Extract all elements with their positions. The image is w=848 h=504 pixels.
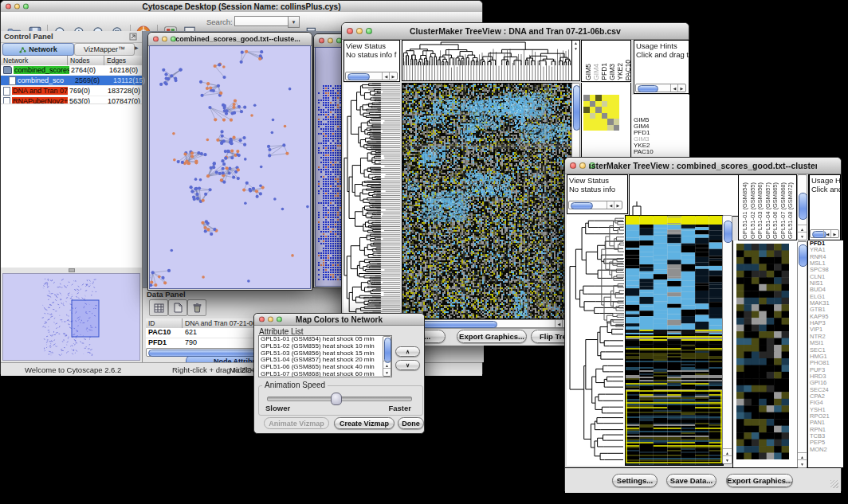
birdseye-view[interactable]: [2, 273, 140, 361]
delete-attribute-button[interactable]: [187, 299, 206, 316]
move-down-button[interactable]: ∨: [395, 360, 420, 370]
network-list-row[interactable]: DNA and Tran 07769(0)183728(0): [1, 86, 142, 96]
scrollbar-thumb[interactable]: [573, 85, 580, 131]
col-network[interactable]: Network: [1, 56, 68, 65]
close-icon[interactable]: [570, 162, 576, 169]
column-label: YKE2: [616, 63, 624, 80]
close-icon[interactable]: [6, 4, 11, 10]
scroll-right-icon[interactable]: ▶: [830, 230, 838, 237]
save-data-button[interactable]: Save Data...: [666, 474, 716, 487]
float-panel-icon[interactable]: [129, 33, 137, 41]
treeview2-row-dendrogram[interactable]: [567, 215, 625, 466]
treeview1-heatmap[interactable]: [402, 83, 572, 319]
minimize-icon[interactable]: [356, 28, 363, 34]
minimize-icon[interactable]: [14, 4, 20, 10]
export-graphics-button[interactable]: Export Graphics...: [726, 474, 793, 487]
scrollbar-thumb[interactable]: [571, 202, 593, 209]
matrix-cell: [590, 113, 596, 119]
slower-label: Slower: [265, 404, 290, 412]
close-icon[interactable]: [347, 28, 353, 34]
treeview1-row-dendrogram[interactable]: [344, 83, 400, 318]
splitter-handle[interactable]: [1, 267, 142, 273]
close-icon[interactable]: [259, 317, 265, 322]
scrollbar-thumb[interactable]: [799, 244, 807, 267]
tab-vizmapper[interactable]: VizMapper™: [74, 43, 135, 56]
done-button[interactable]: Done: [398, 417, 424, 429]
treeview2-window: ClusterMaker TreeView : combined_scores_…: [564, 157, 842, 491]
scrollbar-thumb[interactable]: [347, 73, 370, 80]
scrollbar-thumb[interactable]: [799, 193, 807, 220]
treeview2-titlebar[interactable]: ClusterMaker TreeView : combined_scores_…: [565, 158, 841, 174]
search-dropdown-icon[interactable]: ▼: [288, 16, 300, 28]
scroll-down-icon[interactable]: ▼: [798, 232, 807, 240]
attribute-list-item[interactable]: GPL51-07 (GSM868) heat shock 60 min: [259, 371, 391, 377]
new-attribute-button[interactable]: [168, 299, 187, 316]
col-nodes[interactable]: Nodes: [68, 56, 104, 65]
matrix-cell: [607, 101, 614, 107]
animate-vizmap-button[interactable]: Animate Vizmap: [264, 417, 329, 429]
network-list-row[interactable]: combined_scores2764(0)16218(0): [1, 65, 142, 76]
move-up-button[interactable]: ∧: [395, 346, 420, 357]
minimize-icon[interactable]: [162, 37, 167, 42]
dialog-titlebar[interactable]: Map Colors to Network: [254, 314, 424, 326]
attribute-list[interactable]: GPL51-01 (GSM854) heat shock 05 minGPL51…: [258, 335, 392, 377]
col-edges[interactable]: Edges: [104, 56, 142, 65]
scrollbar-thumb[interactable]: [638, 85, 658, 92]
scrollbar-thumb[interactable]: [384, 338, 391, 363]
network-canvas[interactable]: [150, 46, 312, 290]
scrollbar[interactable]: ◀▶: [402, 319, 571, 328]
scroll-right-icon[interactable]: ▶: [614, 201, 622, 209]
speed-slider-thumb[interactable]: [331, 393, 342, 405]
main-titlebar[interactable]: Cytoscape Desktop (Session Name: collins…: [1, 1, 482, 13]
usage-hints-body: Click and drag tc: [634, 50, 689, 59]
treeview1-titlebar[interactable]: ClusterMaker TreeView : DNA and Tran 07-…: [342, 23, 689, 40]
col-id[interactable]: ID: [146, 318, 183, 328]
export-graphics-button[interactable]: Export Graphics...: [457, 330, 527, 343]
matrix-cell: [590, 95, 596, 101]
map-colors-dialog: Map Colors to Network Attribute List GPL…: [253, 313, 425, 434]
scrollbar[interactable]: ◀▶: [345, 72, 398, 80]
attribute-select-button[interactable]: [149, 299, 168, 316]
matrix-cell: [614, 113, 620, 119]
scrollbar-thumb[interactable]: [724, 221, 732, 243]
treeview1-mini-heatmap[interactable]: [583, 95, 619, 131]
scrollbar[interactable]: ▲▼: [797, 241, 807, 468]
treeview1-column-labels: GIM5GIM4PFD1GIM3YKE2PAC10: [581, 40, 631, 82]
scroll-up-icon[interactable]: ▲: [572, 41, 579, 46]
scrollbar[interactable]: ▲▼: [722, 215, 732, 464]
network-window-titlebar[interactable]: combined_scores_good.txt--cluste...: [148, 33, 312, 46]
scroll-right-icon[interactable]: ▶: [389, 72, 397, 80]
treeview2-zoom-heatmap[interactable]: [736, 244, 789, 459]
resize-grip[interactable]: [830, 480, 838, 488]
minimize-icon[interactable]: [328, 38, 333, 44]
search-input[interactable]: [234, 16, 289, 26]
birdseye-canvas[interactable]: [3, 274, 139, 360]
scroll-down-icon[interactable]: ▼: [798, 459, 807, 467]
tab-network[interactable]: Network: [2, 43, 74, 56]
treeview1-column-dendrogram[interactable]: [402, 40, 572, 81]
close-icon[interactable]: [153, 37, 159, 42]
network-edges: 13112(15): [112, 76, 145, 84]
close-icon[interactable]: [319, 38, 324, 44]
scroll-down-icon[interactable]: ▼: [383, 368, 391, 376]
scrollbar[interactable]: ◀▶: [635, 84, 686, 92]
scroll-down-icon[interactable]: ▼: [572, 46, 579, 52]
network-list-row[interactable]: combined_sco2569(6)13112(15): [1, 76, 142, 86]
scrollbar[interactable]: ▲▼: [797, 174, 807, 240]
scrollbar[interactable]: ◀▶: [568, 201, 622, 209]
scroll-down-icon[interactable]: ▼: [723, 455, 732, 463]
treeview2-column-dendrogram[interactable]: [629, 174, 739, 217]
tabs-more-icon[interactable]: ▶: [135, 45, 139, 50]
settings-button[interactable]: Settings...: [612, 474, 658, 487]
view-status-title: View Status: [344, 41, 399, 50]
minimize-icon[interactable]: [579, 162, 586, 169]
treeview2-gene-list[interactable]: PFD1YRA1RNR4MSL1SPC98CLN1NIS1BUD4ELG1MAK…: [807, 240, 843, 467]
matrix-cell: [602, 113, 608, 119]
treeview2-heatmap[interactable]: [625, 215, 724, 466]
create-vizmap-button[interactable]: Create Vizmap: [334, 417, 395, 429]
minimize-icon[interactable]: [268, 317, 273, 322]
scrollbar[interactable]: ◀▶: [810, 229, 839, 238]
scrollbar[interactable]: ▲▼: [383, 336, 391, 377]
scroll-right-icon[interactable]: ▶: [677, 84, 685, 92]
column-label: GIM4: [592, 64, 600, 80]
